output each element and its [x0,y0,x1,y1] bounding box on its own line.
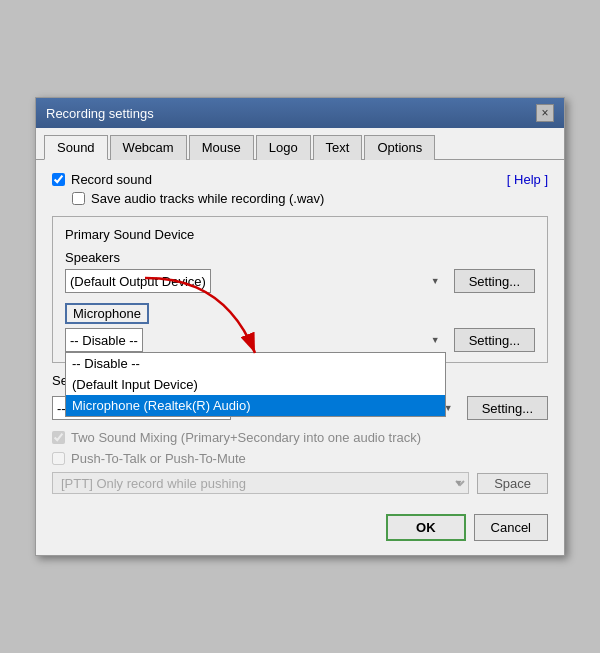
cancel-button[interactable]: Cancel [474,514,548,541]
record-sound-row: Record sound [ Help ] [52,172,548,187]
ptt-checkbox[interactable] [52,452,65,465]
speakers-setting-button[interactable]: Setting... [454,269,535,293]
two-sound-row: Two Sound Mixing (Primary+Secondary into… [52,430,548,445]
tab-bar: Sound Webcam Mouse Logo Text Options [36,128,564,160]
speakers-select-wrapper: (Default Output Device) [65,269,446,293]
save-audio-checkbox[interactable] [72,192,85,205]
tab-text[interactable]: Text [313,135,363,160]
record-sound-label[interactable]: Record sound [52,172,152,187]
close-button[interactable]: × [536,104,554,122]
title-bar: Recording settings × [36,98,564,128]
tab-sound[interactable]: Sound [44,135,108,160]
ok-button[interactable]: OK [386,514,466,541]
tab-webcam[interactable]: Webcam [110,135,187,160]
dialog: Recording settings × Sound Webcam Mouse … [35,97,565,556]
tab-logo[interactable]: Logo [256,135,311,160]
dropdown-item-default-input[interactable]: (Default Input Device) [66,374,445,395]
tab-mouse[interactable]: Mouse [189,135,254,160]
microphone-select-row: -- Disable -- -- Disable -- (Default Inp… [65,328,535,352]
microphone-section: Microphone -- Disable -- -- Disable -- (… [65,303,535,352]
tab-options[interactable]: Options [364,135,435,160]
dialog-footer: OK Cancel [36,506,564,555]
options-section: Two Sound Mixing (Primary+Secondary into… [52,430,548,494]
ptt-label: Push-To-Talk or Push-To-Mute [71,451,246,466]
primary-device-group: Primary Sound Device Speakers (Default O… [52,216,548,363]
speakers-select[interactable]: (Default Output Device) [65,269,211,293]
two-sound-checkbox[interactable] [52,431,65,444]
microphone-select[interactable]: -- Disable -- [65,328,143,352]
save-audio-row: Save audio tracks while recording (.wav) [72,191,548,206]
save-audio-label: Save audio tracks while recording (.wav) [91,191,324,206]
two-sound-label: Two Sound Mixing (Primary+Secondary into… [71,430,421,445]
primary-group-title: Primary Sound Device [65,227,535,242]
microphone-setting-button[interactable]: Setting... [454,328,535,352]
ptt-select-wrapper: [PTT] Only record while pushing [52,472,469,494]
ptt-input-row: [PTT] Only record while pushing Space [52,472,548,494]
space-box: Space [477,473,548,494]
dropdown-item-disable[interactable]: -- Disable -- [66,353,445,374]
dropdown-item-realtek[interactable]: Microphone (Realtek(R) Audio) [66,395,445,416]
tab-content: Record sound [ Help ] Save audio tracks … [36,160,564,506]
secondary-setting-button[interactable]: Setting... [467,396,548,420]
dialog-title: Recording settings [46,106,154,121]
speakers-select-row: (Default Output Device) Setting... [65,269,535,293]
microphone-label: Microphone [65,303,149,324]
microphone-select-wrapper: -- Disable -- -- Disable -- (Default Inp… [65,328,446,352]
speakers-label: Speakers [65,250,535,265]
record-sound-checkbox[interactable] [52,173,65,186]
ptt-select[interactable]: [PTT] Only record while pushing [52,472,469,494]
ptt-row: Push-To-Talk or Push-To-Mute [52,451,548,466]
microphone-dropdown-list: -- Disable -- (Default Input Device) Mic… [65,352,446,417]
help-link[interactable]: [ Help ] [507,172,548,187]
